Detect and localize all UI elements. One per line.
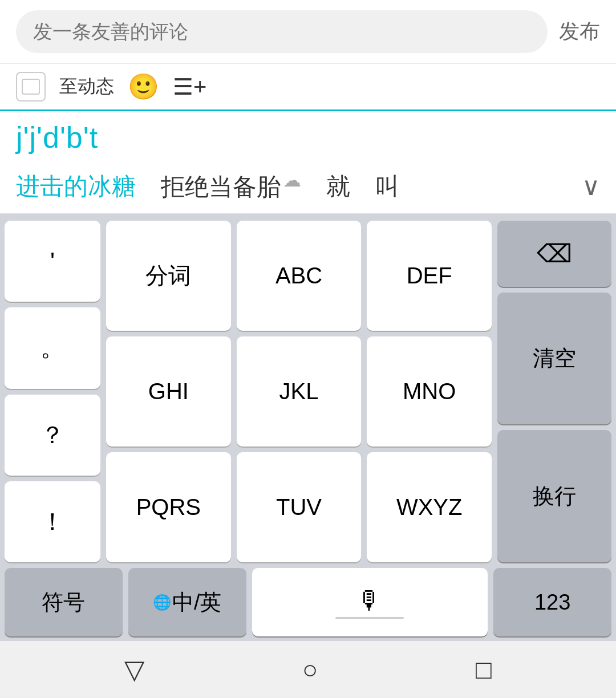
back-nav-icon[interactable]: ▽ xyxy=(124,654,144,685)
comment-bar: 发布 xyxy=(0,0,616,63)
toolbar-row: 至动态 🙂 ☰+ xyxy=(0,63,616,109)
key-abc[interactable]: ABC xyxy=(237,221,362,331)
backspace-key[interactable]: ⌫ xyxy=(497,221,611,287)
candidate-1[interactable]: 拒绝当备胎☁ xyxy=(145,167,310,205)
num-key[interactable]: 123 xyxy=(493,568,611,636)
key-jkl[interactable]: JKL xyxy=(237,336,362,447)
svg-rect-0 xyxy=(22,79,39,94)
comment-input[interactable] xyxy=(16,10,548,53)
key-comma[interactable]: ' xyxy=(5,221,100,302)
key-wxyz[interactable]: WXYZ xyxy=(367,452,492,562)
punct-col: ' 。 ？ ！ xyxy=(5,221,100,562)
key-row-3: PQRS TUV WXYZ xyxy=(106,452,492,562)
expand-candidates-icon[interactable]: ∨ xyxy=(582,172,600,201)
submit-button[interactable]: 发布 xyxy=(559,18,600,46)
add-list-icon[interactable]: ☰+ xyxy=(173,74,206,100)
candidate-0[interactable]: 进击的冰糖 xyxy=(16,168,145,205)
key-row-1: 分词 ABC DEF xyxy=(106,221,492,331)
home-nav-icon[interactable]: ○ xyxy=(302,654,318,685)
space-key[interactable]: 🎙 xyxy=(252,568,488,636)
key-question[interactable]: ？ xyxy=(5,395,100,476)
nav-bar: ▽ ○ □ xyxy=(0,641,616,698)
recent-nav-icon[interactable]: □ xyxy=(476,654,492,685)
candidate-2[interactable]: 就 xyxy=(310,168,359,205)
key-tuv[interactable]: TUV xyxy=(237,452,362,562)
clear-key[interactable]: 清空 xyxy=(497,293,611,425)
space-underline xyxy=(335,617,404,619)
mic-icon: 🎙 xyxy=(357,586,382,615)
pinyin-bar: j'j'd'b't xyxy=(0,109,616,159)
backspace-icon: ⌫ xyxy=(537,239,572,268)
lang-key[interactable]: 🌐 中/英 xyxy=(128,568,246,636)
cloud-icon: ☁ xyxy=(283,169,301,191)
key-row-2: GHI JKL MNO xyxy=(106,336,492,447)
bottom-key-row: 符号 🌐 中/英 🎙 123 xyxy=(5,568,611,636)
go-to-dynamic[interactable]: 至动态 xyxy=(59,74,114,99)
emoji-icon[interactable]: 🙂 xyxy=(128,72,159,102)
key-pqrs[interactable]: PQRS xyxy=(106,452,231,562)
keyboard: ' 。 ？ ！ 分词 ABC DEF GHI JKL MNO PQRS TUV xyxy=(0,214,616,641)
key-ghi[interactable]: GHI xyxy=(106,336,231,447)
symbol-key[interactable]: 符号 xyxy=(5,568,123,636)
key-def[interactable]: DEF xyxy=(367,221,492,331)
key-period[interactable]: 。 xyxy=(5,307,100,388)
keyboard-main-area: ' 。 ？ ！ 分词 ABC DEF GHI JKL MNO PQRS TUV xyxy=(5,221,611,562)
key-fenci[interactable]: 分词 xyxy=(106,221,231,331)
three-rows: 分词 ABC DEF GHI JKL MNO PQRS TUV WXYZ xyxy=(106,221,492,562)
key-exclaim[interactable]: ！ xyxy=(5,481,100,562)
candidates-row: 进击的冰糖 拒绝当备胎☁ 就 叫 ∨ xyxy=(0,159,616,214)
image-icon-box[interactable] xyxy=(16,72,46,102)
lang-label: 中/英 xyxy=(172,588,222,617)
globe-icon: 🌐 xyxy=(153,594,171,611)
newline-key[interactable]: 换行 xyxy=(497,430,611,562)
pinyin-text: j'j'd'b't xyxy=(16,121,98,154)
right-col: ⌫ 清空 换行 xyxy=(497,221,611,562)
key-mno[interactable]: MNO xyxy=(367,336,492,447)
candidate-3[interactable]: 叫 xyxy=(359,168,408,205)
